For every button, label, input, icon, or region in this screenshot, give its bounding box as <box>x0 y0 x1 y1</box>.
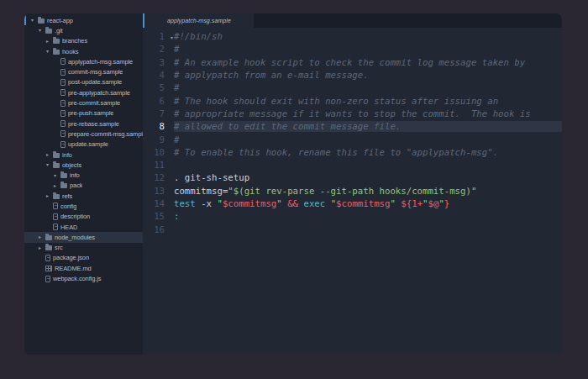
line-number[interactable]: 13 <box>143 186 174 197</box>
code-token: # To enable this hook, rename this file … <box>174 147 498 158</box>
tree-folder-refs[interactable]: ▸refs <box>24 191 143 201</box>
tree-file-pre-commit-sample[interactable]: pre-commit.sample <box>24 97 143 108</box>
tree-folder-info[interactable]: ▾info <box>24 170 143 180</box>
file-icon <box>45 276 50 282</box>
code-token: # The hook should exit with non-zero sta… <box>174 96 498 107</box>
code-line-content[interactable]: . git-sh-setup <box>174 172 562 183</box>
tree-file-description[interactable]: description <box>24 212 143 222</box>
folder-icon <box>60 183 67 188</box>
line-number[interactable]: 11 <box>143 160 174 171</box>
tree-file-head[interactable]: HEAD <box>24 222 143 232</box>
code-line-8[interactable]: 8# allowed to edit the commit message fi… <box>143 120 562 133</box>
tree-item-label: pre-commit.sample <box>68 99 120 107</box>
code-line-content[interactable]: # allowed to edit the commit message fil… <box>174 121 562 132</box>
tree-file-pre-push-sample[interactable]: pre-push.sample <box>24 108 143 118</box>
code-line-11[interactable]: 11 <box>143 159 562 171</box>
file-icon <box>60 110 66 117</box>
tree-file-commit-msg-sample[interactable]: commit-msg.sample <box>24 66 143 76</box>
tree-file-webpack-config-js[interactable]: webpack.config.js <box>24 273 143 283</box>
tree-item-label: webpack.config.js <box>53 275 102 282</box>
tree-file-post-update-sample[interactable]: post-update.sample <box>24 77 143 87</box>
code-line-content[interactable]: # <box>174 82 562 93</box>
tree-file-applypatch-msg-sample[interactable]: applypatch-msg.sample <box>24 56 143 66</box>
code-line-4[interactable]: 4# applypatch from an e-mail message. <box>143 69 562 82</box>
line-number[interactable]: 4 <box>143 70 174 81</box>
code-line-6[interactable]: 6# The hook should exit with non-zero st… <box>143 94 562 107</box>
line-number[interactable]: 2 <box>143 44 174 55</box>
line-number[interactable]: 8 <box>143 121 174 132</box>
line-number[interactable]: 9 <box>143 134 174 145</box>
line-number[interactable]: 7 <box>143 108 174 119</box>
code-line-5[interactable]: 5# <box>143 82 562 94</box>
tree-file-config[interactable]: config <box>24 201 143 211</box>
code-line-12[interactable]: 12. git-sh-setup <box>143 171 562 184</box>
tree-file-pre-rebase-sample[interactable]: pre-rebase.sample <box>24 118 143 129</box>
code-line-14[interactable]: 14test -x "$commitmsg" && exec "$commitm… <box>143 197 562 210</box>
file-icon <box>60 130 66 137</box>
code-line-15[interactable]: 15: <box>143 210 562 223</box>
file-icon <box>60 58 66 65</box>
line-number[interactable]: 12 <box>143 172 174 183</box>
line-number[interactable]: 16 <box>143 224 174 235</box>
tree-folder--git[interactable]: ▾.git <box>24 25 143 35</box>
line-number[interactable]: 15 <box>143 211 174 222</box>
code-line-content[interactable]: : <box>174 211 562 222</box>
tab-applypatch-msg-sample[interactable]: applypatch-msg.sample <box>143 13 254 28</box>
tree-item-label: refs <box>62 192 72 200</box>
line-number[interactable]: 3 <box>143 57 174 68</box>
tree-folder-src[interactable]: ▸src <box>24 243 143 253</box>
line-number[interactable]: 6 <box>143 96 174 107</box>
tree-file-pre-applypatch-sample[interactable]: pre-applypatch.sample <box>24 87 143 97</box>
tree-item-label: applypatch-msg.sample <box>68 58 133 66</box>
code-token: # allowed to edit the commit message fil… <box>174 121 401 132</box>
folder-icon <box>53 194 60 199</box>
code-line-3[interactable]: 3# An example hook script to check the c… <box>143 56 562 69</box>
tree-folder-info[interactable]: ▸info <box>24 150 143 160</box>
file-icon <box>60 100 66 107</box>
folder-icon <box>53 39 60 44</box>
code-line-content[interactable]: # The hook should exit with non-zero sta… <box>174 96 562 107</box>
tree-folder-pack[interactable]: ▸pack <box>24 181 143 191</box>
tree-folder-hooks[interactable]: ▾hooks <box>24 46 143 56</box>
code-line-content[interactable]: # An example hook script to check the co… <box>174 57 562 68</box>
fold-chevron-icon[interactable]: ▾ <box>171 34 173 39</box>
line-number[interactable]: 14 <box>143 198 174 209</box>
tree-folder-node-modules[interactable]: ▸node_modules <box>24 232 143 242</box>
code-token: : <box>174 211 179 222</box>
tree-item-label: description <box>60 213 90 220</box>
code-line-content[interactable]: # applypatch from an e-mail message. <box>174 70 562 81</box>
tree-file-prepare-commit-msg-sample[interactable]: prepare-commit-msg.sample <box>24 129 143 139</box>
tree-file-readme-md[interactable]: README.md <box>24 263 143 273</box>
folder-icon <box>45 245 52 250</box>
code-line-content[interactable]: #!/bin/sh <box>174 31 562 42</box>
tree-folder-branches[interactable]: ▸branches <box>24 36 143 46</box>
chevron-right-icon: ▸ <box>37 234 43 240</box>
code-line-1[interactable]: 1▾#!/bin/sh <box>143 30 562 43</box>
tree-item-label: info <box>62 151 72 159</box>
code-line-2[interactable]: 2# <box>143 43 562 55</box>
line-number[interactable]: 1▾ <box>143 31 174 42</box>
chevron-right-icon: ▸ <box>45 39 50 44</box>
code-line-13[interactable]: 13commitmsg="$(git rev-parse --git-path … <box>143 185 562 197</box>
code-line-7[interactable]: 7# appropriate message if it wants to st… <box>143 108 562 120</box>
code-line-16[interactable]: 16 <box>143 223 562 235</box>
code-line-content[interactable]: # appropriate message if it wants to sto… <box>174 108 562 119</box>
code-line-10[interactable]: 10# To enable this hook, rename this fil… <box>143 146 562 159</box>
code-line-9[interactable]: 9# <box>143 133 562 145</box>
code-line-content[interactable]: commitmsg="$(git rev-parse --git-path ho… <box>174 186 562 197</box>
tree-item-label: pack <box>70 182 82 189</box>
code-line-content[interactable]: # <box>174 134 562 145</box>
code-line-content[interactable]: # <box>174 44 562 55</box>
file-icon <box>45 255 50 261</box>
tree-folder-objects[interactable]: ▾objects <box>24 160 143 170</box>
tree-folder-react-app[interactable]: ▾react-app <box>24 15 143 25</box>
line-number[interactable]: 10 <box>143 147 174 158</box>
tree-file-package-json[interactable]: package.json <box>24 253 143 263</box>
editor-pane: applypatch-msg.sample 1▾#!/bin/sh2#3# An… <box>143 13 562 355</box>
tree-file-update-sample[interactable]: update.sample <box>24 139 143 150</box>
code-line-content[interactable]: # To enable this hook, rename this file … <box>174 147 562 158</box>
tree-item-label: .git <box>55 27 63 34</box>
line-number[interactable]: 5 <box>143 82 174 93</box>
code-area[interactable]: 1▾#!/bin/sh2#3# An example hook script t… <box>143 28 562 355</box>
code-line-content[interactable]: test -x "$commitmsg" && exec "$commitmsg… <box>174 198 562 209</box>
